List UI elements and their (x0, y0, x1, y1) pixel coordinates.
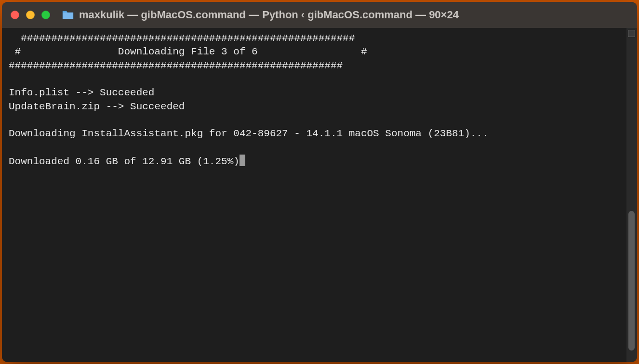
terminal-line: Downloading InstallAssistant.pkg for 042… (9, 128, 489, 139)
window-titlebar[interactable]: maxkulik — gibMacOS.command — Python ‹ g… (2, 2, 637, 28)
minimize-button[interactable] (26, 11, 35, 19)
close-button[interactable] (11, 11, 19, 19)
folder-icon (62, 10, 74, 20)
scrollbar-toggle-icon[interactable] (628, 30, 635, 37)
cursor (240, 155, 245, 166)
scrollbar-thumb[interactable] (628, 211, 635, 351)
terminal-window: maxkulik — gibMacOS.command — Python ‹ g… (2, 2, 637, 362)
terminal-line: ########################################… (9, 60, 343, 71)
terminal-line: Info.plist --> Succeeded (9, 87, 154, 98)
terminal-line: Downloaded 0.16 GB of 12.91 GB (1.25%) (9, 156, 240, 167)
traffic-lights (11, 11, 50, 19)
scrollbar-track[interactable] (626, 28, 637, 362)
terminal-output[interactable]: ########################################… (2, 28, 637, 362)
terminal-line: # Downloading File 3 of 6 # (9, 46, 367, 57)
terminal-line: UpdateBrain.zip --> Succeeded (9, 101, 185, 112)
zoom-button[interactable] (41, 11, 50, 19)
window-title-content: maxkulik — gibMacOS.command — Python ‹ g… (62, 9, 459, 21)
terminal-line: ########################################… (9, 33, 355, 44)
window-title-text: maxkulik — gibMacOS.command — Python ‹ g… (79, 9, 459, 21)
